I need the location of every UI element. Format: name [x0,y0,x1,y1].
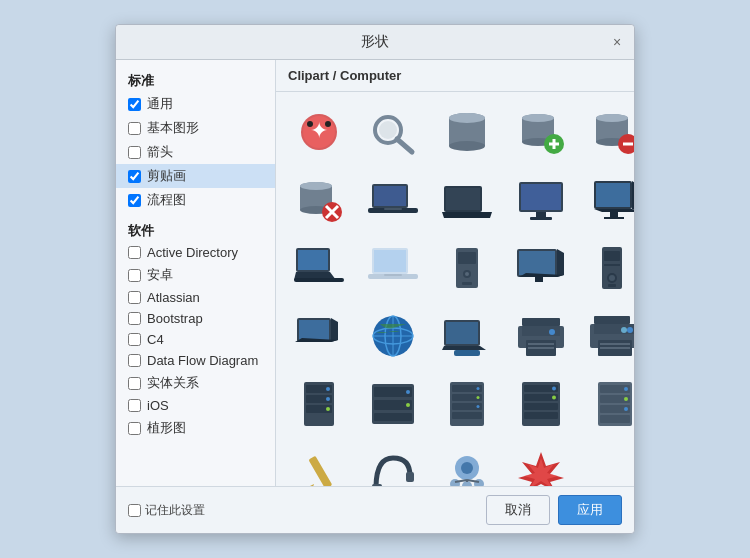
svg-point-81 [609,275,615,281]
icon-cylinder[interactable] [432,100,502,164]
icon-server-4u[interactable] [580,372,634,436]
svg-rect-151 [524,412,558,419]
svg-rect-143 [452,412,482,419]
svg-point-132 [326,407,330,411]
icon-cylinder-remove[interactable] [580,100,634,164]
icon-tower-dark1[interactable] [580,236,634,300]
cancel-button[interactable]: 取消 [486,495,550,525]
svg-point-7 [379,121,397,139]
icon-laptop-3d[interactable] [284,304,354,368]
icon-cylinder-add[interactable] [506,100,576,164]
icon-search[interactable] [358,100,428,164]
item-ios[interactable]: iOS [116,395,275,416]
svg-rect-79 [604,264,620,266]
icon-explosion-red[interactable] [506,440,576,486]
svg-rect-24 [623,143,633,146]
svg-rect-113 [600,347,630,349]
icon-bug[interactable]: ✦ [284,100,354,164]
svg-rect-82 [608,284,616,287]
checkbox-c4[interactable] [128,333,141,346]
icon-pencil[interactable] [284,440,354,486]
shapes-dialog: 形状 × 标准 通用 基本图形 箭头 剪贴画 [115,24,635,534]
icon-server-rack[interactable] [432,372,502,436]
icon-laptop-open[interactable] [284,236,354,300]
item-arrows[interactable]: 箭头 [116,140,275,164]
checkbox-tree-chart[interactable] [128,422,141,435]
icon-server-tower1[interactable] [284,372,354,436]
svg-point-130 [326,387,330,391]
dialog-body: 标准 通用 基本图形 箭头 剪贴画 流程图 软件 [116,60,634,486]
svg-point-3 [307,121,313,127]
item-android[interactable]: 安卓 [116,263,275,287]
icon-printer[interactable] [506,304,576,368]
svg-point-11 [449,113,485,123]
svg-rect-76 [535,277,543,282]
item-tree-chart[interactable]: 植形图 [116,416,275,440]
svg-rect-45 [521,184,561,210]
svg-rect-136 [374,413,412,421]
icon-globe[interactable] [358,304,428,368]
svg-rect-42 [446,188,480,210]
clipart-header: Clipart / Computer [276,60,634,92]
item-general[interactable]: 通用 [116,92,275,116]
icon-tower-pc[interactable] [432,236,502,300]
icon-network-gear[interactable] [432,440,502,486]
checkbox-ios[interactable] [128,399,141,412]
checkbox-atlassian[interactable] [128,291,141,304]
item-entity[interactable]: 实体关系 [116,371,275,395]
checkbox-android[interactable] [128,269,141,282]
item-active-directory[interactable]: Active Directory [116,242,275,263]
svg-rect-185 [406,472,414,482]
svg-marker-90 [331,318,338,342]
checkbox-active-directory[interactable] [128,246,141,259]
item-c4[interactable]: C4 [116,329,275,350]
svg-rect-46 [536,212,546,217]
icon-monitor-flat[interactable] [506,168,576,232]
icon-server-2u[interactable] [358,372,428,436]
icon-laptop-case[interactable] [432,304,502,368]
item-clipart[interactable]: 剪贴画 [116,164,275,188]
checkbox-general[interactable] [128,98,141,111]
icon-monitor-3d[interactable] [580,168,634,232]
svg-rect-158 [600,415,630,423]
svg-rect-64 [374,250,406,272]
icon-server-rack2[interactable] [506,372,576,436]
svg-line-6 [397,139,412,152]
icon-cable[interactable] [358,440,428,486]
icon-grid: ✦ [276,92,634,486]
item-flowchart[interactable]: 流程图 [116,188,275,212]
close-button[interactable]: × [608,33,626,51]
checkbox-clipart[interactable] [128,170,141,183]
checkbox-bootstrap[interactable] [128,312,141,325]
icon-laptop-side-dark[interactable] [432,168,502,232]
item-basic-shapes[interactable]: 基本图形 [116,116,275,140]
svg-point-107 [549,329,555,335]
icon-monitor-desk[interactable] [506,236,576,300]
svg-marker-50 [632,181,634,212]
svg-rect-62 [294,278,344,282]
checkbox-arrows[interactable] [128,146,141,159]
svg-point-188 [450,479,460,486]
remember-checkbox-label[interactable]: 记住此设置 [128,502,205,519]
remember-checkbox[interactable] [128,504,141,517]
icon-printer-multi[interactable] [580,304,634,368]
checkbox-flowchart[interactable] [128,194,141,207]
checkbox-entity[interactable] [128,377,141,390]
icon-laptop-flat-dark[interactable] [358,168,428,232]
svg-rect-78 [604,251,620,261]
item-data-flow[interactable]: Data Flow Diagram [116,350,275,371]
item-bootstrap[interactable]: Bootstrap [116,308,275,329]
svg-point-159 [624,387,628,391]
svg-point-115 [621,327,627,333]
svg-rect-89 [299,320,329,340]
svg-point-138 [406,403,410,407]
svg-point-4 [325,121,331,127]
apply-button[interactable]: 应用 [558,495,622,525]
icon-cylinder-red-x[interactable] [284,168,354,232]
item-atlassian[interactable]: Atlassian [116,287,275,308]
checkbox-data-flow[interactable] [128,354,141,367]
icon-laptop-white[interactable] [358,236,428,300]
svg-point-145 [477,396,480,399]
title-bar: 形状 × [116,25,634,60]
checkbox-basic-shapes[interactable] [128,122,141,135]
